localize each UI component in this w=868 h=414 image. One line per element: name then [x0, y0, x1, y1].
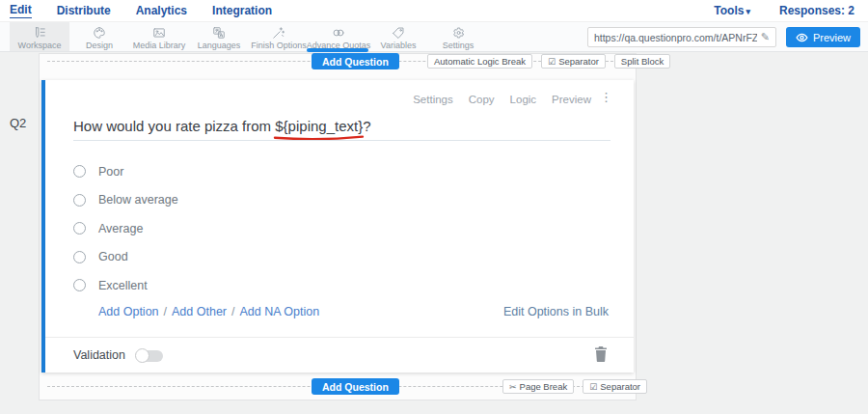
nav-tab-edit[interactable]: Edit	[10, 3, 32, 18]
question-input-underline	[73, 140, 610, 141]
toolbar-right: ✎ Preview	[587, 27, 860, 47]
question-block: Settings Copy Logic Preview ⋮ How would …	[41, 80, 634, 373]
questionpro-survey-editor: Edit Distribute Analytics Integration To…	[0, 0, 868, 414]
nav-tab-analytics[interactable]: Analytics	[136, 4, 187, 17]
option-label[interactable]: Excellent	[98, 279, 148, 292]
toolbar-item-media-library[interactable]: Media Library	[129, 22, 189, 51]
nav-right: Tools▾ Responses: 2	[714, 4, 854, 17]
option-row-average: Average	[73, 214, 610, 243]
radio-button[interactable]	[73, 194, 86, 207]
option-row-poor: Poor	[73, 157, 610, 186]
toolbar-items: Workspace Design Media Library Languages…	[10, 22, 488, 51]
design-palette-icon	[93, 26, 106, 40]
question-text-before: How would you rate pizza from	[73, 118, 275, 134]
tag-icon	[392, 26, 405, 40]
question-overflow-menu-icon[interactable]: ⋮	[600, 91, 612, 103]
translate-icon	[212, 26, 226, 40]
media-image-icon	[152, 26, 166, 40]
add-other-link[interactable]: Add Other	[172, 305, 227, 318]
top-nav: Edit Distribute Analytics Integration To…	[0, 0, 868, 22]
option-label[interactable]: Average	[98, 222, 143, 235]
page-break-scissors-icon: ✂	[509, 382, 517, 392]
top-insert-row: Add Question Automatic Logic Break ☑Sepa…	[40, 53, 636, 69]
eye-icon	[796, 33, 808, 42]
option-row-below-average: Below average	[73, 186, 610, 215]
chain-link-icon	[332, 26, 345, 40]
option-label[interactable]: Below average	[98, 193, 178, 207]
option-label[interactable]: Good	[98, 250, 128, 263]
option-label[interactable]: Poor	[98, 165, 123, 179]
page-break-button[interactable]: ✂Page Break	[502, 379, 574, 394]
option-row-good: Good	[73, 243, 610, 272]
tools-menu[interactable]: Tools▾	[714, 4, 750, 17]
piping-text-token[interactable]: ${piping_text}	[275, 118, 363, 134]
nav-tabs: Edit Distribute Analytics Integration	[10, 3, 272, 18]
option-add-links: Add Option / Add Other / Add NA Option	[98, 305, 319, 318]
top-insert-buttons: Automatic Logic Break ☑Separator Split B…	[427, 54, 670, 69]
question-text[interactable]: How would you rate pizza from ${piping_t…	[73, 118, 609, 134]
toolbar-item-advance-quotas[interactable]: Advance Quotas	[309, 22, 368, 51]
radio-button[interactable]	[73, 251, 86, 263]
toolbar-item-variables[interactable]: Variables	[368, 22, 428, 51]
question-text-after: ?	[363, 118, 370, 134]
link-divider: /	[164, 305, 167, 318]
gear-icon	[451, 26, 465, 40]
toolbar-item-workspace[interactable]: Workspace	[10, 22, 69, 51]
add-na-option-link[interactable]: Add NA Option	[240, 305, 320, 318]
radio-button[interactable]	[73, 279, 86, 291]
edit-url-pencil-icon[interactable]: ✎	[761, 31, 770, 43]
toolbar-item-design[interactable]: Design	[69, 22, 129, 51]
survey-url-input[interactable]	[594, 32, 757, 43]
nav-tab-distribute[interactable]: Distribute	[57, 4, 111, 17]
bottom-insert-row: Add Question ✂Page Break ☑Separator	[40, 378, 636, 395]
radio-button[interactable]	[73, 222, 86, 235]
answer-options-list: Poor Below average Average Good	[73, 157, 610, 300]
edit-options-in-bulk-link[interactable]: Edit Options in Bulk	[503, 305, 609, 318]
workspace-icon	[33, 26, 46, 40]
editor-toolbar: Workspace Design Media Library Languages…	[0, 22, 868, 52]
chevron-down-icon: ▾	[746, 7, 750, 16]
delete-question-trash-icon[interactable]	[594, 346, 608, 362]
toolbar-item-languages[interactable]: Languages	[189, 22, 249, 51]
workspace-area: Q2 Add Question Automatic Logic Break ☑S…	[0, 52, 868, 414]
link-divider: /	[231, 305, 234, 318]
validation-toggle[interactable]	[137, 350, 163, 362]
automatic-logic-break-button[interactable]: Automatic Logic Break	[427, 54, 532, 69]
radio-button[interactable]	[73, 165, 86, 178]
validation-label: Validation	[73, 348, 125, 362]
responses-count-link[interactable]: Responses: 2	[779, 4, 854, 17]
question-preview-link[interactable]: Preview	[552, 94, 591, 105]
toolbar-item-settings[interactable]: Settings	[428, 22, 488, 51]
bottom-insert-buttons: ✂Page Break ☑Separator	[502, 379, 647, 394]
validation-footer: Validation	[45, 337, 634, 373]
question-header-actions: Settings Copy Logic Preview	[413, 94, 591, 105]
magic-wand-icon	[272, 26, 285, 40]
add-option-link[interactable]: Add Option	[98, 305, 159, 318]
survey-url-box: ✎	[587, 27, 776, 47]
toggle-knob	[135, 348, 149, 363]
survey-block-card: Add Question Automatic Logic Break ☑Sepa…	[39, 53, 637, 400]
add-question-button-bottom[interactable]: Add Question	[312, 378, 399, 395]
split-block-button[interactable]: Split Block	[614, 54, 670, 69]
separator-checkbox-icon: ☑	[589, 382, 597, 392]
preview-button[interactable]: Preview	[786, 27, 860, 47]
separator-checkbox-icon: ☑	[548, 57, 556, 67]
nav-tab-integration[interactable]: Integration	[212, 4, 272, 17]
add-question-button-top[interactable]: Add Question	[312, 53, 399, 69]
separator-button-top[interactable]: ☑Separator	[541, 54, 606, 69]
question-copy-link[interactable]: Copy	[469, 94, 495, 105]
option-row-excellent: Excellent	[73, 271, 610, 300]
toolbar-item-finish-options[interactable]: Finish Options	[249, 22, 309, 51]
separator-button-bottom[interactable]: ☑Separator	[583, 379, 647, 394]
question-settings-link[interactable]: Settings	[413, 94, 453, 105]
question-logic-link[interactable]: Logic	[510, 94, 537, 105]
question-number-label: Q2	[10, 116, 26, 130]
